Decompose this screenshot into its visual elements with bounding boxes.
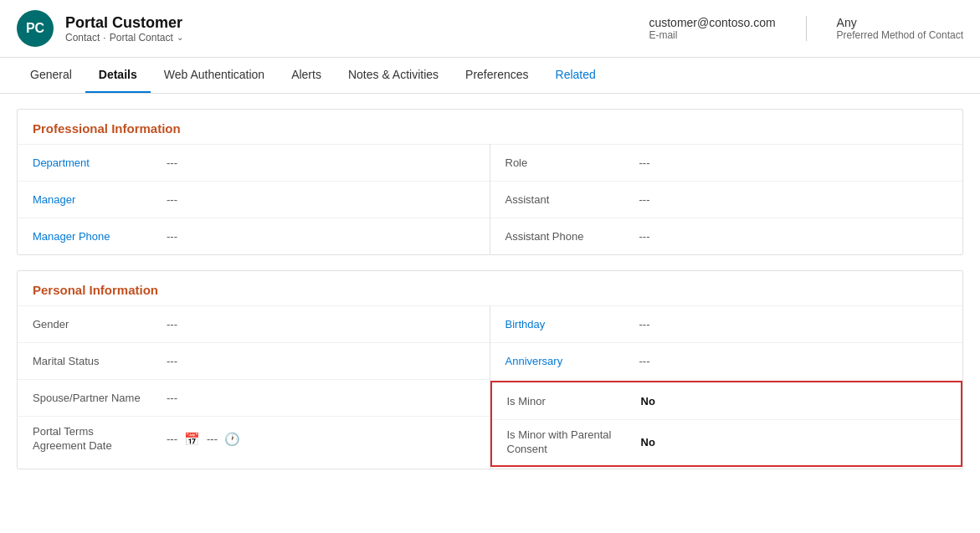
department-label: Department xyxy=(33,156,167,169)
professional-fields-grid: Department --- Manager --- Manager Phone… xyxy=(18,144,962,254)
avatar: PC xyxy=(17,10,54,47)
professional-right-col: Role --- Assistant --- Assistant Phone -… xyxy=(490,144,963,254)
portal-terms-label: Portal TermsAgreement Date xyxy=(33,425,167,454)
contact-method-value: Any xyxy=(837,16,963,29)
contact-category: Portal Contact xyxy=(110,32,173,44)
birthday-value: --- xyxy=(639,318,650,331)
contact-type: Contact xyxy=(65,32,100,44)
manager-row: Manager --- xyxy=(18,181,490,218)
assistant-phone-value: --- xyxy=(639,230,650,243)
contact-name: Portal Customer xyxy=(65,14,183,32)
field-icons: 📅 --- 🕐 xyxy=(184,432,240,447)
tab-details[interactable]: Details xyxy=(85,58,151,93)
tab-general[interactable]: General xyxy=(17,58,85,93)
personal-right-col: Birthday --- Anniversary --- Is Minor No xyxy=(490,305,963,469)
role-label: Role xyxy=(505,156,639,169)
chevron-down-icon[interactable]: ⌄ xyxy=(177,33,183,42)
portal-terms-second-value: --- xyxy=(207,433,218,445)
gender-value: --- xyxy=(167,318,177,331)
page-header: PC Portal Customer Contact · Portal Cont… xyxy=(0,0,980,58)
app-container: PC Portal Customer Contact · Portal Cont… xyxy=(0,0,980,469)
assistant-row: Assistant --- xyxy=(490,181,963,218)
tab-related[interactable]: Related xyxy=(542,58,609,93)
anniversary-value: --- xyxy=(639,355,650,367)
anniversary-row: Anniversary --- xyxy=(490,342,963,379)
assistant-phone-row: Assistant Phone --- xyxy=(490,218,963,254)
assistant-phone-label: Assistant Phone xyxy=(505,230,639,243)
is-minor-parental-row: Is Minor with ParentalConsent No xyxy=(492,419,962,465)
department-value: --- xyxy=(167,156,177,169)
assistant-label: Assistant xyxy=(505,193,639,206)
contact-method-label: Preferred Method of Contact xyxy=(837,29,963,41)
spouse-partner-row: Spouse/Partner Name --- xyxy=(18,379,490,416)
marital-status-row: Marital Status --- xyxy=(18,342,490,379)
assistant-value: --- xyxy=(639,193,650,206)
manager-value: --- xyxy=(167,193,177,206)
is-minor-parental-value: No xyxy=(641,436,655,448)
contact-method-meta: Any Preferred Method of Contact xyxy=(837,16,963,41)
professional-info-title: Professional Information xyxy=(18,110,962,144)
portal-terms-value: --- xyxy=(167,433,177,445)
professional-info-section: Professional Information Department --- … xyxy=(17,109,963,255)
marital-status-value: --- xyxy=(167,355,177,367)
email-meta: customer@contoso.com E-mail xyxy=(649,16,775,41)
manager-phone-label: Manager Phone xyxy=(33,230,167,243)
tab-preferences[interactable]: Preferences xyxy=(452,58,541,93)
manager-label: Manager xyxy=(33,193,167,206)
is-minor-value: No xyxy=(641,395,655,407)
portal-terms-row: Portal TermsAgreement Date --- 📅 --- 🕐 xyxy=(18,416,490,462)
is-minor-parental-label: Is Minor with ParentalConsent xyxy=(507,428,641,457)
role-value: --- xyxy=(639,156,650,169)
highlighted-fields: Is Minor No Is Minor with ParentalConsen… xyxy=(490,381,963,467)
gender-row: Gender --- xyxy=(18,305,490,342)
header-divider xyxy=(806,16,807,41)
anniversary-label: Anniversary xyxy=(505,355,639,367)
manager-phone-row: Manager Phone --- xyxy=(18,218,490,254)
contact-subtitle: Contact · Portal Contact ⌄ xyxy=(65,32,183,44)
contact-info: Portal Customer Contact · Portal Contact… xyxy=(65,14,183,44)
personal-fields-grid: Gender --- Marital Status --- Spouse/Par… xyxy=(18,305,962,469)
main-content: Professional Information Department --- … xyxy=(0,109,980,469)
header-left: PC Portal Customer Contact · Portal Cont… xyxy=(17,10,183,47)
role-row: Role --- xyxy=(490,144,963,181)
email-label: E-mail xyxy=(649,29,775,41)
tab-notes-activities[interactable]: Notes & Activities xyxy=(335,58,452,93)
header-right: customer@contoso.com E-mail Any Preferre… xyxy=(649,16,963,41)
separator: · xyxy=(103,32,105,44)
department-row: Department --- xyxy=(18,144,490,181)
is-minor-row: Is Minor No xyxy=(492,382,962,419)
calendar-icon[interactable]: 📅 xyxy=(184,432,200,447)
personal-info-title: Personal Information xyxy=(18,271,962,305)
clock-icon: 🕐 xyxy=(224,432,240,447)
marital-status-label: Marital Status xyxy=(33,355,167,367)
is-minor-label: Is Minor xyxy=(507,395,641,407)
spouse-partner-value: --- xyxy=(167,392,177,404)
manager-phone-value: --- xyxy=(167,230,177,243)
spouse-partner-label: Spouse/Partner Name xyxy=(33,392,167,404)
gender-label: Gender xyxy=(33,318,167,331)
personal-info-section: Personal Information Gender --- Marital … xyxy=(17,270,963,469)
tab-alerts[interactable]: Alerts xyxy=(278,58,335,93)
tab-web-authentication[interactable]: Web Authentication xyxy=(151,58,278,93)
birthday-row: Birthday --- xyxy=(490,305,963,342)
personal-left-col: Gender --- Marital Status --- Spouse/Par… xyxy=(18,305,490,469)
nav-tabs: General Details Web Authentication Alert… xyxy=(0,58,980,94)
birthday-label: Birthday xyxy=(505,318,639,331)
email-value: customer@contoso.com xyxy=(649,16,775,29)
professional-left-col: Department --- Manager --- Manager Phone… xyxy=(18,144,490,254)
